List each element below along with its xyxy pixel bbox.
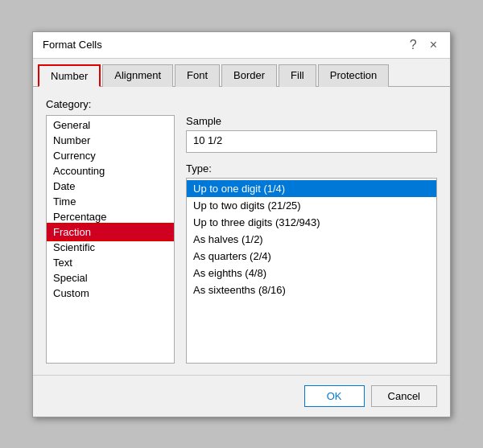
type-label: Type: <box>186 162 437 175</box>
category-item-percentage[interactable]: Percentage <box>47 209 174 224</box>
type-list: Up to one digit (1/4)Up to two digits (2… <box>187 179 436 363</box>
category-item-fraction[interactable]: Fraction <box>47 224 174 240</box>
close-button[interactable]: × <box>427 39 440 51</box>
category-item-general[interactable]: General <box>47 117 174 133</box>
tab-content: Category: GeneralNumberCurrencyAccountin… <box>33 87 450 375</box>
category-item-currency[interactable]: Currency <box>47 148 174 163</box>
sample-section: Sample 10 1/2 <box>186 115 437 153</box>
tab-fill[interactable]: Fill <box>279 64 316 87</box>
type-item-sixteenths[interactable]: As sixteenths (8/16) <box>187 282 436 298</box>
dialog-title: Format Cells <box>43 39 102 51</box>
category-item-accounting[interactable]: Accounting <box>47 163 174 179</box>
sample-label: Sample <box>186 115 437 127</box>
category-item-text[interactable]: Text <box>47 255 174 270</box>
type-item-eighths[interactable]: As eighths (4/8) <box>187 265 436 282</box>
tab-bar: NumberAlignmentFontBorderFillProtection <box>33 59 450 87</box>
category-item-number[interactable]: Number <box>47 133 174 148</box>
category-item-date[interactable]: Date <box>47 179 174 194</box>
type-list-container: Up to one digit (1/4)Up to two digits (2… <box>186 178 437 364</box>
type-item-halves[interactable]: As halves (1/2) <box>187 231 436 248</box>
category-item-custom[interactable]: Custom <box>47 286 174 301</box>
main-area: GeneralNumberCurrencyAccountingDateTimeP… <box>46 115 437 364</box>
title-actions: ? × <box>407 39 440 51</box>
cancel-button[interactable]: Cancel <box>371 385 437 407</box>
format-cells-dialog: Format Cells ? × NumberAlignmentFontBord… <box>32 31 451 417</box>
dialog-footer: OK Cancel <box>33 375 450 417</box>
category-list: GeneralNumberCurrencyAccountingDateTimeP… <box>47 116 174 363</box>
tab-protection[interactable]: Protection <box>318 64 390 87</box>
tab-alignment[interactable]: Alignment <box>102 64 173 87</box>
sample-value: 10 1/2 <box>186 130 437 153</box>
category-item-special[interactable]: Special <box>47 270 174 286</box>
category-item-scientific[interactable]: Scientific <box>47 240 174 255</box>
type-item-quarters[interactable]: As quarters (2/4) <box>187 248 436 265</box>
type-item-up2[interactable]: Up to two digits (21/25) <box>187 197 436 214</box>
tab-border[interactable]: Border <box>221 64 277 87</box>
help-button[interactable]: ? <box>407 39 420 51</box>
title-bar: Format Cells ? × <box>33 32 450 59</box>
tab-number[interactable]: Number <box>38 64 101 87</box>
type-item-up1[interactable]: Up to one digit (1/4) <box>187 180 436 197</box>
ok-button[interactable]: OK <box>304 385 365 407</box>
tab-font[interactable]: Font <box>175 64 220 87</box>
category-list-container: GeneralNumberCurrencyAccountingDateTimeP… <box>46 115 175 364</box>
type-item-up3[interactable]: Up to three digits (312/943) <box>187 214 436 231</box>
right-panel: Sample 10 1/2 Type: Up to one digit (1/4… <box>186 115 437 364</box>
type-section: Type: Up to one digit (1/4)Up to two dig… <box>186 162 437 364</box>
category-label: Category: <box>46 98 437 110</box>
category-item-time[interactable]: Time <box>47 194 174 209</box>
